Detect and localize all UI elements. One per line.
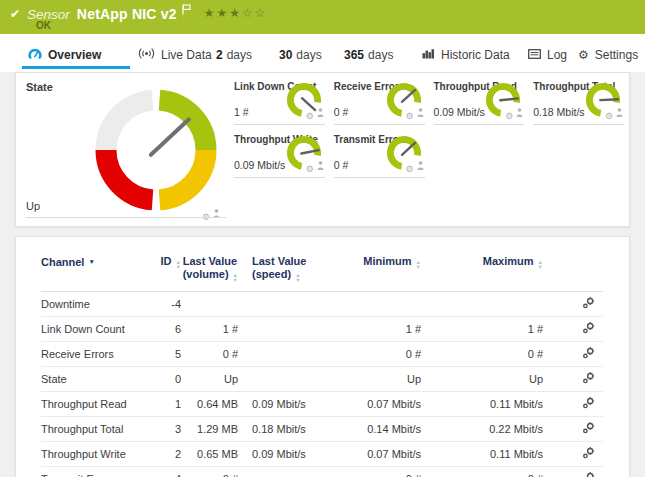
gear-icon: ⚙ (578, 49, 589, 61)
gear-icon[interactable]: ⚙ (505, 112, 513, 121)
gear-icon[interactable]: ⚙ (405, 165, 413, 174)
channel-settings-icon[interactable] (582, 297, 595, 312)
last-value-speed: 0.09 Mbit/s (238, 392, 351, 417)
channel-name[interactable]: Throughput Write (41, 442, 146, 467)
tab-settings[interactable]: ⚙ Settings (578, 44, 638, 66)
tab-number: 365 (344, 48, 364, 62)
bar-chart-icon (422, 48, 435, 62)
channel-id: 1 (146, 392, 181, 417)
last-value-volume: 0.65 MB (181, 442, 238, 467)
channel-gauge-cell: Throughput Write 0.09 Mbit/s ⚙ (234, 132, 325, 178)
status-check-icon: ✔ (10, 7, 20, 21)
tab-label: Live Data (161, 48, 212, 62)
column-header-last-value-volume[interactable]: Last Value(volume)▲▼ (181, 255, 238, 292)
tab-label: days (368, 48, 393, 62)
tab-log[interactable]: Log (528, 44, 567, 66)
table-row[interactable]: Throughput Read 1 0.64 MB 0.09 Mbit/s 0.… (41, 392, 603, 417)
last-value-volume: Up (181, 367, 238, 392)
channel-name[interactable]: Transmit Errors (41, 467, 146, 477)
minimum-value: 0 # (351, 467, 421, 477)
maximum-value: 0.11 Mbit/s (421, 392, 543, 417)
sensor-header: ✔ Sensor NetApp NIC v2 ★★★☆☆ OK (0, 0, 645, 34)
channel-name[interactable]: Throughput Total (41, 417, 146, 442)
priority-stars[interactable]: ★★★☆☆ (204, 6, 268, 20)
channel-settings-icon[interactable] (582, 472, 595, 477)
gauge-value: 0.09 Mbit/s (234, 159, 285, 171)
column-header-channel[interactable]: Channel▼ (41, 255, 146, 292)
channel-settings-icon[interactable] (582, 322, 595, 337)
gear-icon[interactable]: ⚙ (405, 112, 413, 121)
last-value-speed: 0.18 Mbit/s (238, 417, 351, 442)
table-row[interactable]: Downtime -4 (41, 292, 603, 317)
channel-name[interactable]: Downtime (41, 292, 146, 317)
state-gauge-segment-none (106, 100, 153, 150)
pin-icon[interactable] (417, 156, 424, 174)
table-row[interactable]: Link Down Count 6 1 # 1 # 1 # (41, 317, 603, 342)
maximum-value: 0.22 Mbit/s (421, 417, 543, 442)
tab-30-days[interactable]: 30 days (279, 44, 322, 66)
pin-icon[interactable] (317, 156, 324, 174)
column-header-minimum[interactable]: Minimum▲▼ (351, 255, 421, 292)
maximum-value: 0 # (421, 342, 543, 367)
tab-historic-data[interactable]: Historic Data (422, 44, 510, 66)
tab-number: 30 (279, 48, 292, 62)
channel-gauge-grid: Link Down Count 1 # ⚙ Receive Errors 0 #… (234, 79, 624, 178)
table-row[interactable]: Receive Errors 5 0 # 0 # 0 # (41, 342, 603, 367)
status-badge: OK (36, 20, 51, 31)
table-row[interactable]: Throughput Write 2 0.65 MB 0.09 Mbit/s 0… (41, 442, 603, 467)
last-value-speed (238, 292, 351, 317)
state-gauge-dial (91, 85, 221, 215)
tab-365-days[interactable]: 365 days (344, 44, 393, 66)
tab-overview[interactable]: Overview (28, 44, 101, 66)
gear-icon[interactable]: ⚙ (306, 112, 314, 121)
gauge-value: 0 # (334, 159, 349, 171)
channel-settings-icon[interactable] (582, 347, 595, 362)
minimum-value: 0 # (351, 342, 421, 367)
channel-name[interactable]: State (41, 367, 146, 392)
channel-settings-icon[interactable] (582, 397, 595, 412)
table-row[interactable]: Transmit Errors 4 0 # 0 # 0 # (41, 467, 603, 477)
column-header-last-value-speed[interactable]: Last Value(speed)▲▼ (238, 255, 351, 292)
state-gauge-segment-warning (159, 150, 206, 200)
channel-gauge-cell: Transmit Errors 0 # ⚙ (334, 132, 425, 178)
channel-settings-icon[interactable] (582, 372, 595, 387)
table-row[interactable]: Throughput Total 3 1.29 MB 0.18 Mbit/s 0… (41, 417, 603, 442)
pin-icon[interactable] (417, 103, 424, 121)
channel-name[interactable]: Receive Errors (41, 342, 146, 367)
minimum-value: 0.14 Mbit/s (351, 417, 421, 442)
column-header-id[interactable]: ID▲▼ (146, 255, 181, 292)
pin-icon[interactable] (213, 204, 220, 222)
gear-icon[interactable]: ⚙ (306, 165, 314, 174)
minimum-value: Up (351, 367, 421, 392)
active-tab-underline (22, 66, 130, 69)
pin-icon[interactable] (317, 103, 324, 121)
sort-icon: ▲▼ (538, 260, 543, 269)
sort-icon: ▲▼ (416, 260, 421, 269)
tab-2-days[interactable]: 2 days (216, 44, 252, 66)
channel-settings-icon[interactable] (582, 447, 595, 462)
channel-gauge-cell: Throughput Read 0.09 Mbit/s ⚙ (434, 79, 525, 125)
table-row[interactable]: State 0 Up Up Up (41, 367, 603, 392)
pin-icon[interactable] (516, 103, 523, 121)
minimum-value: 0.07 Mbit/s (351, 442, 421, 467)
gear-icon[interactable]: ⚙ (605, 112, 613, 121)
last-value-volume: 1 # (181, 317, 238, 342)
flag-icon[interactable] (182, 1, 191, 19)
tab-label: days (227, 48, 252, 62)
minimum-value (351, 292, 421, 317)
column-header-actions (543, 255, 603, 292)
sensor-title: NetApp NIC v2 (77, 6, 177, 22)
last-value-volume: 0 # (181, 342, 238, 367)
last-value-speed (238, 367, 351, 392)
channel-settings-icon[interactable] (582, 422, 595, 437)
column-header-maximum[interactable]: Maximum▲▼ (421, 255, 543, 292)
tab-live-data[interactable]: Live Data (138, 44, 212, 66)
pin-icon[interactable] (616, 103, 623, 121)
maximum-value: 0 # (421, 467, 543, 477)
tab-label: Overview (48, 48, 101, 62)
tab-label: days (296, 48, 321, 62)
channel-name[interactable]: Throughput Read (41, 392, 146, 417)
channel-id: -4 (146, 292, 181, 317)
channel-id: 5 (146, 342, 181, 367)
channel-name[interactable]: Link Down Count (41, 317, 146, 342)
